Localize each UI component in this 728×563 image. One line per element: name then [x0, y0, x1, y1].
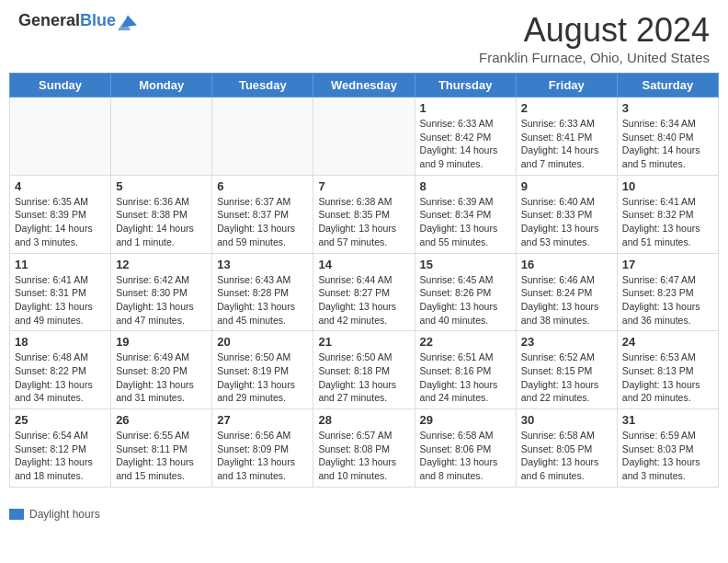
calendar-day-5: 5Sunrise: 6:36 AM Sunset: 8:38 PM Daylig…	[111, 175, 212, 253]
day-info: Sunrise: 6:34 AM Sunset: 8:40 PM Dayligh…	[622, 117, 713, 171]
day-number: 9	[521, 179, 612, 193]
calendar-day-23: 23Sunrise: 6:52 AM Sunset: 8:15 PM Dayli…	[516, 331, 617, 409]
calendar-day-24: 24Sunrise: 6:53 AM Sunset: 8:13 PM Dayli…	[617, 331, 718, 409]
day-number: 11	[15, 258, 106, 271]
calendar-day-18: 18Sunrise: 6:48 AM Sunset: 8:22 PM Dayli…	[10, 331, 111, 409]
day-info: Sunrise: 6:47 AM Sunset: 8:23 PM Dayligh…	[622, 273, 713, 327]
day-info: Sunrise: 6:41 AM Sunset: 8:31 PM Dayligh…	[15, 273, 106, 327]
day-info: Sunrise: 6:48 AM Sunset: 8:22 PM Dayligh…	[15, 350, 106, 405]
day-info: Sunrise: 6:54 AM Sunset: 8:12 PM Dayligh…	[15, 429, 106, 483]
day-info: Sunrise: 6:50 AM Sunset: 8:19 PM Dayligh…	[217, 350, 308, 405]
logo: GeneralBlue	[18, 11, 138, 31]
calendar-week-row: 25Sunrise: 6:54 AM Sunset: 8:12 PM Dayli…	[10, 409, 719, 488]
day-number: 7	[318, 179, 409, 193]
calendar-day-10: 10Sunrise: 6:41 AM Sunset: 8:32 PM Dayli…	[617, 175, 718, 253]
day-info: Sunrise: 6:56 AM Sunset: 8:09 PM Dayligh…	[217, 429, 308, 483]
calendar-day-27: 27Sunrise: 6:56 AM Sunset: 8:09 PM Dayli…	[212, 409, 313, 488]
day-info: Sunrise: 6:43 AM Sunset: 8:28 PM Dayligh…	[217, 273, 308, 327]
calendar-container: SundayMondayTuesdayWednesdayThursdayFrid…	[0, 73, 728, 504]
day-info: Sunrise: 6:59 AM Sunset: 8:03 PM Dayligh…	[622, 429, 713, 483]
day-number: 6	[217, 179, 308, 193]
calendar-day-2: 2Sunrise: 6:33 AM Sunset: 8:41 PM Daylig…	[516, 98, 617, 176]
day-number: 28	[318, 413, 409, 427]
calendar-day-16: 16Sunrise: 6:46 AM Sunset: 8:24 PM Dayli…	[516, 253, 617, 331]
day-number: 18	[15, 335, 106, 349]
day-number: 24	[622, 335, 713, 349]
day-info: Sunrise: 6:53 AM Sunset: 8:13 PM Dayligh…	[622, 350, 713, 405]
calendar-day-4: 4Sunrise: 6:35 AM Sunset: 8:39 PM Daylig…	[10, 175, 111, 253]
day-number: 2	[521, 101, 612, 115]
location-subtitle: Franklin Furnace, Ohio, United States	[479, 50, 710, 65]
day-info: Sunrise: 6:51 AM Sunset: 8:16 PM Dayligh…	[420, 350, 511, 405]
day-info: Sunrise: 6:40 AM Sunset: 8:33 PM Dayligh…	[521, 195, 612, 249]
day-number: 22	[420, 335, 511, 349]
calendar-day-empty	[212, 98, 313, 176]
calendar-header-row: SundayMondayTuesdayWednesdayThursdayFrid…	[10, 74, 719, 98]
day-header-tuesday: Tuesday	[212, 74, 313, 98]
calendar-day-empty	[10, 98, 111, 176]
calendar-day-empty	[313, 98, 415, 176]
logo-blue-text: Blue	[80, 11, 116, 29]
day-header-wednesday: Wednesday	[313, 74, 415, 98]
day-number: 30	[521, 413, 612, 427]
day-info: Sunrise: 6:42 AM Sunset: 8:30 PM Dayligh…	[116, 273, 207, 327]
day-header-saturday: Saturday	[617, 74, 718, 98]
day-header-sunday: Sunday	[10, 74, 111, 98]
calendar-table: SundayMondayTuesdayWednesdayThursdayFrid…	[9, 73, 719, 488]
day-info: Sunrise: 6:50 AM Sunset: 8:18 PM Dayligh…	[318, 350, 409, 405]
day-number: 17	[622, 258, 713, 271]
calendar-day-22: 22Sunrise: 6:51 AM Sunset: 8:16 PM Dayli…	[415, 331, 516, 409]
calendar-day-21: 21Sunrise: 6:50 AM Sunset: 8:18 PM Dayli…	[313, 331, 415, 409]
day-number: 25	[15, 413, 106, 427]
day-number: 13	[217, 258, 308, 271]
day-number: 12	[116, 258, 207, 271]
calendar-day-9: 9Sunrise: 6:40 AM Sunset: 8:33 PM Daylig…	[516, 175, 617, 253]
month-year-title: August 2024	[479, 11, 710, 50]
day-info: Sunrise: 6:45 AM Sunset: 8:26 PM Dayligh…	[420, 273, 511, 327]
day-number: 23	[521, 335, 612, 349]
calendar-day-17: 17Sunrise: 6:47 AM Sunset: 8:23 PM Dayli…	[617, 253, 718, 331]
day-info: Sunrise: 6:57 AM Sunset: 8:08 PM Dayligh…	[318, 429, 409, 483]
calendar-week-row: 11Sunrise: 6:41 AM Sunset: 8:31 PM Dayli…	[10, 253, 719, 331]
calendar-week-row: 1Sunrise: 6:33 AM Sunset: 8:42 PM Daylig…	[10, 98, 719, 176]
calendar-day-11: 11Sunrise: 6:41 AM Sunset: 8:31 PM Dayli…	[10, 253, 111, 331]
day-number: 14	[318, 258, 409, 271]
day-number: 5	[116, 179, 207, 193]
day-info: Sunrise: 6:58 AM Sunset: 8:06 PM Dayligh…	[420, 429, 511, 483]
day-header-friday: Friday	[516, 74, 617, 98]
calendar-day-15: 15Sunrise: 6:45 AM Sunset: 8:26 PM Dayli…	[415, 253, 516, 331]
day-info: Sunrise: 6:58 AM Sunset: 8:05 PM Dayligh…	[521, 429, 612, 483]
day-info: Sunrise: 6:33 AM Sunset: 8:42 PM Dayligh…	[420, 117, 511, 171]
day-number: 16	[521, 258, 612, 271]
day-number: 15	[420, 258, 511, 271]
day-info: Sunrise: 6:38 AM Sunset: 8:35 PM Dayligh…	[318, 195, 409, 249]
day-info: Sunrise: 6:49 AM Sunset: 8:20 PM Dayligh…	[116, 350, 207, 405]
day-number: 10	[622, 179, 713, 193]
day-number: 26	[116, 413, 207, 427]
day-number: 19	[116, 335, 207, 349]
calendar-day-29: 29Sunrise: 6:58 AM Sunset: 8:06 PM Dayli…	[415, 409, 516, 488]
calendar-day-empty	[111, 98, 212, 176]
calendar-day-6: 6Sunrise: 6:37 AM Sunset: 8:37 PM Daylig…	[212, 175, 313, 253]
title-block: August 2024 Franklin Furnace, Ohio, Unit…	[479, 11, 710, 65]
day-info: Sunrise: 6:33 AM Sunset: 8:41 PM Dayligh…	[521, 117, 612, 171]
calendar-day-30: 30Sunrise: 6:58 AM Sunset: 8:05 PM Dayli…	[516, 409, 617, 488]
calendar-day-7: 7Sunrise: 6:38 AM Sunset: 8:35 PM Daylig…	[313, 175, 415, 253]
day-info: Sunrise: 6:44 AM Sunset: 8:27 PM Dayligh…	[318, 273, 409, 327]
day-info: Sunrise: 6:41 AM Sunset: 8:32 PM Dayligh…	[622, 195, 713, 249]
day-number: 4	[15, 179, 106, 193]
calendar-week-row: 4Sunrise: 6:35 AM Sunset: 8:39 PM Daylig…	[10, 175, 719, 253]
day-info: Sunrise: 6:55 AM Sunset: 8:11 PM Dayligh…	[116, 429, 207, 483]
day-number: 3	[622, 101, 713, 115]
legend-label: Daylight hours	[29, 508, 100, 521]
day-number: 27	[217, 413, 308, 427]
calendar-day-3: 3Sunrise: 6:34 AM Sunset: 8:40 PM Daylig…	[617, 98, 718, 176]
day-header-thursday: Thursday	[415, 74, 516, 98]
day-number: 1	[420, 101, 511, 115]
day-info: Sunrise: 6:46 AM Sunset: 8:24 PM Dayligh…	[521, 273, 612, 327]
calendar-day-14: 14Sunrise: 6:44 AM Sunset: 8:27 PM Dayli…	[313, 253, 415, 331]
calendar-day-1: 1Sunrise: 6:33 AM Sunset: 8:42 PM Daylig…	[415, 98, 516, 176]
page-header: GeneralBlue August 2024 Franklin Furnace…	[0, 0, 728, 73]
day-info: Sunrise: 6:37 AM Sunset: 8:37 PM Dayligh…	[217, 195, 308, 249]
day-number: 20	[217, 335, 308, 349]
